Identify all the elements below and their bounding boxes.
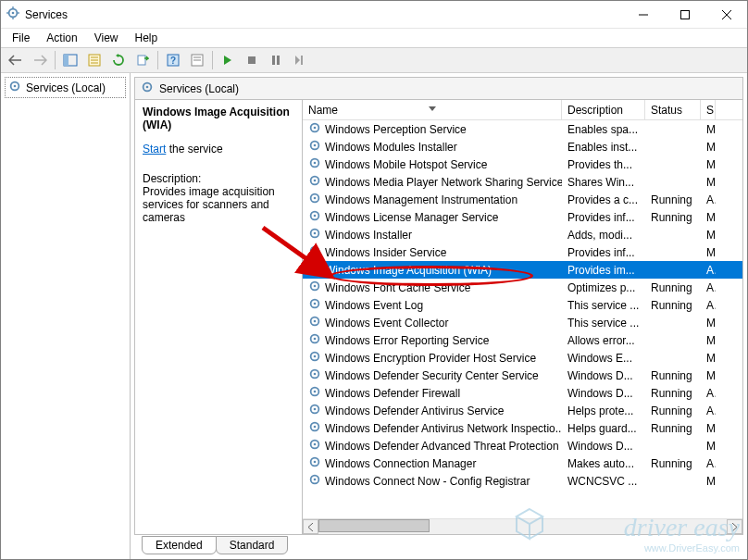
service-row[interactable]: Windows Connection ManagerMakes auto...R… (303, 454, 742, 472)
start-service-button[interactable] (217, 49, 239, 71)
service-status: Running (645, 457, 701, 470)
svg-rect-25 (301, 56, 303, 65)
gear-icon (8, 80, 21, 95)
svg-text:?: ? (170, 56, 176, 66)
gear-icon (308, 174, 321, 190)
minimize-button[interactable] (622, 1, 664, 28)
scroll-right-button[interactable] (727, 519, 742, 534)
help2-button[interactable] (186, 49, 208, 71)
nav-forward-button[interactable] (29, 49, 51, 71)
service-row[interactable]: Windows Management InstrumentationProvid… (303, 191, 742, 208)
horizontal-scrollbar[interactable] (303, 518, 742, 534)
titlebar: Services (1, 1, 747, 29)
list-pane: Name Description Status S Windows Percep… (302, 100, 742, 534)
column-s-label: S (706, 104, 714, 117)
column-description[interactable]: Description (562, 100, 645, 119)
detail-pane: Windows Image Acquisition (WIA) Start th… (135, 100, 302, 534)
show-hide-tree-button[interactable] (59, 49, 81, 71)
service-description: Provides im... (562, 264, 645, 277)
help-button[interactable]: ? (162, 49, 184, 71)
service-startup: A (701, 281, 716, 294)
service-row[interactable]: Windows InstallerAdds, modi...M (303, 226, 742, 243)
service-row[interactable]: Windows Event LogThis service ...Running… (303, 296, 742, 314)
tab-extended[interactable]: Extended (142, 536, 217, 554)
service-startup: M (701, 141, 716, 154)
svg-point-49 (314, 285, 317, 288)
tree-item-label: Services (Local) (26, 81, 106, 94)
service-row[interactable]: Windows Image Acquisition (WIA)Provides … (303, 261, 742, 279)
gear-icon (308, 403, 321, 418)
svg-point-41 (314, 215, 317, 218)
service-name: Windows Modules Installer (325, 141, 457, 154)
gear-icon (308, 244, 321, 260)
service-startup: A (701, 299, 716, 312)
refresh-button[interactable] (107, 49, 130, 71)
menu-action[interactable]: Action (39, 30, 84, 46)
service-name: Windows Event Log (325, 299, 423, 312)
svg-point-1 (12, 12, 15, 15)
column-status[interactable]: Status (645, 100, 701, 119)
gear-icon (308, 420, 321, 436)
gear-icon (308, 192, 321, 207)
svg-point-33 (314, 144, 317, 147)
export-list-button[interactable] (131, 49, 154, 71)
service-row[interactable]: Windows Event CollectorThis service ...M (303, 314, 742, 331)
scroll-track[interactable] (318, 519, 727, 534)
service-row[interactable]: Windows Insider ServiceProvides inf...M (303, 243, 742, 261)
column-name[interactable]: Name (303, 100, 562, 119)
tab-standard[interactable]: Standard (216, 536, 289, 554)
restart-service-button[interactable] (289, 49, 311, 71)
service-row[interactable]: Windows Modules InstallerEnables inst...… (303, 138, 742, 156)
service-description: Windows D... (562, 369, 645, 382)
service-row[interactable]: Windows Encryption Provider Host Service… (303, 349, 742, 367)
gear-icon (308, 262, 321, 278)
service-row[interactable]: Windows Perception ServiceEnables spa...… (303, 120, 742, 138)
service-row[interactable]: Windows License Manager ServiceProvides … (303, 208, 742, 226)
content-title: Services (Local) (159, 82, 239, 95)
tree-item-services-local[interactable]: Services (Local) (5, 77, 126, 98)
nav-back-button[interactable] (5, 49, 27, 71)
selected-service-name: Windows Image Acquisition (WIA) (143, 106, 294, 131)
service-startup: M (701, 334, 716, 347)
service-startup: M (701, 475, 716, 488)
gear-icon (308, 121, 321, 137)
service-name: Windows Defender Security Center Service (325, 369, 539, 382)
content-body: Windows Image Acquisition (WIA) Start th… (135, 100, 742, 534)
service-name: Windows Insider Service (325, 246, 446, 259)
window-title: Services (25, 8, 68, 21)
stop-service-button[interactable] (241, 49, 263, 71)
service-row[interactable]: Windows Defender Advanced Threat Protect… (303, 437, 742, 454)
list-header: Name Description Status S (303, 100, 742, 120)
app-icon (6, 6, 19, 22)
service-name: Windows Defender Antivirus Service (325, 404, 504, 417)
service-row[interactable]: Windows Connect Now - Config RegistrarWC… (303, 472, 742, 490)
service-row[interactable]: Windows Defender Antivirus Network Inspe… (303, 419, 742, 437)
service-row[interactable]: Windows Error Reporting ServiceAllows er… (303, 331, 742, 349)
service-status: Running (645, 387, 701, 400)
properties-button[interactable] (83, 49, 106, 71)
service-row[interactable]: Windows Defender Security Center Service… (303, 367, 742, 384)
svg-point-45 (314, 250, 317, 253)
service-name: Windows Mobile Hotspot Service (325, 158, 487, 171)
menu-help[interactable]: Help (128, 30, 166, 46)
service-row[interactable]: Windows Defender Antivirus ServiceHelps … (303, 402, 742, 419)
start-service-link[interactable]: Start (143, 143, 166, 156)
maximize-button[interactable] (664, 1, 705, 28)
close-button[interactable] (705, 1, 747, 28)
service-row[interactable]: Windows Media Player Network Sharing Ser… (303, 173, 742, 191)
menu-file[interactable]: File (5, 30, 37, 46)
column-startup[interactable]: S (701, 100, 716, 119)
pause-service-button[interactable] (265, 49, 287, 71)
service-startup: M (701, 440, 716, 453)
scroll-thumb[interactable] (318, 519, 430, 532)
service-row[interactable]: Windows Defender FirewallWindows D...Run… (303, 384, 742, 402)
scroll-left-button[interactable] (303, 519, 318, 534)
svg-point-61 (314, 391, 317, 393)
service-status: Running (645, 281, 701, 294)
service-description: Windows D... (562, 387, 645, 400)
menu-view[interactable]: View (87, 30, 126, 46)
service-row[interactable]: Windows Font Cache ServiceOptimizes p...… (303, 279, 742, 296)
service-row[interactable]: Windows Mobile Hotspot ServiceProvides t… (303, 156, 742, 173)
service-description: This service ... (562, 299, 645, 312)
list-rows[interactable]: Windows Perception ServiceEnables spa...… (303, 120, 742, 518)
